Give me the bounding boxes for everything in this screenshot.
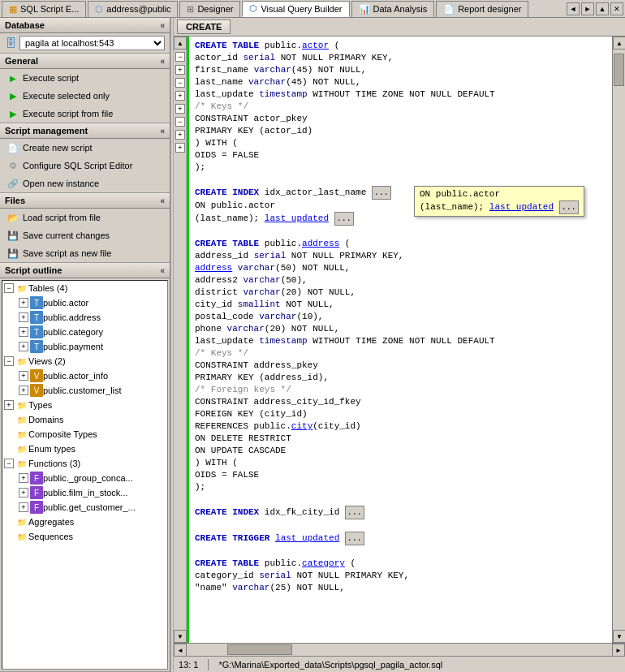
- tree-functions-group[interactable]: − 📁 Functions (3): [2, 456, 167, 471]
- func1-expand-btn[interactable]: +: [19, 473, 28, 483]
- tree-composite-types[interactable]: 📁 Composite Types: [2, 427, 167, 442]
- tree-public-category[interactable]: + T public.category: [2, 325, 167, 339]
- files-section-header[interactable]: Files «: [0, 193, 170, 209]
- tree-actor-info[interactable]: + V public.actor_info: [2, 368, 167, 383]
- right-scrollbar[interactable]: ▲ ▼: [612, 37, 625, 643]
- functions-expand-btn[interactable]: −: [4, 459, 14, 468]
- collapse-6[interactable]: −: [175, 117, 185, 127]
- scroll-thumb[interactable]: [614, 54, 624, 86]
- scroll-down-btn[interactable]: ▼: [613, 630, 625, 643]
- code-line-12: [195, 174, 607, 186]
- tooltip-ellipsis[interactable]: ...: [559, 200, 579, 214]
- tab-sql-script[interactable]: ▦ SQL Script E...: [2, 1, 86, 17]
- collapse-2[interactable]: +: [175, 65, 185, 75]
- tab-close[interactable]: ✕: [610, 2, 623, 15]
- create-new-script-item[interactable]: 📄 Create new script: [0, 139, 170, 157]
- open-instance-item[interactable]: 🔗 Open new instance: [0, 174, 170, 192]
- tree-func-group-concat[interactable]: + F public._group_conca...: [2, 471, 167, 485]
- code-line-16: [195, 226, 607, 238]
- tree-public-payment[interactable]: + T public.payment: [2, 339, 167, 354]
- tree-domains[interactable]: 📁 Domains: [2, 412, 167, 427]
- configure-editor-item[interactable]: ⚙ Configure SQL Script Editor: [0, 157, 170, 174]
- func2-expand-btn[interactable]: +: [19, 488, 28, 498]
- h-scrollbar[interactable]: ◄ ►: [174, 643, 625, 656]
- script-mgmt-header[interactable]: Script management «: [0, 123, 170, 139]
- last-updated-ellipsis[interactable]: ...: [334, 212, 354, 226]
- outline-tree[interactable]: − 📁 Tables (4) + T public.actor + T publ…: [2, 280, 168, 670]
- payment-expand-btn[interactable]: +: [19, 342, 28, 351]
- scroll-track[interactable]: [613, 50, 625, 630]
- execute-script-item[interactable]: ▶ Execute script: [0, 69, 170, 87]
- category-table-label: public.category: [43, 327, 103, 337]
- tree-func-film-in-stock[interactable]: + F public.film_in_stock...: [2, 485, 167, 500]
- tree-aggregates[interactable]: 📁 Aggregates: [2, 515, 167, 529]
- tab-designer[interactable]: ⊞ Designer: [179, 1, 240, 17]
- func3-expand-btn[interactable]: +: [19, 502, 28, 512]
- h-scroll-right[interactable]: ►: [612, 644, 625, 657]
- tree-tables-group[interactable]: − 📁 Tables (4): [2, 281, 167, 295]
- views-expand-btn[interactable]: −: [4, 356, 14, 366]
- code-line-19: address varchar(50) NOT NULL,: [195, 262, 607, 274]
- general-section-header[interactable]: General «: [0, 54, 170, 69]
- execute-from-file-item[interactable]: ▶ Execute script from file: [0, 105, 170, 123]
- save-changes-item[interactable]: 💾 Save current changes: [0, 226, 170, 244]
- func3-label: public.get_customer_...: [43, 502, 136, 512]
- category-expand-btn[interactable]: +: [19, 327, 28, 337]
- scroll-up-btn[interactable]: ▲: [613, 37, 625, 50]
- tab-data-analysis[interactable]: 📊 Data Analysis: [351, 1, 435, 17]
- fk-city-ellipsis[interactable]: ...: [345, 506, 364, 519]
- tree-types[interactable]: + 📁 Types: [2, 398, 167, 412]
- database-section-header[interactable]: Database «: [0, 18, 170, 33]
- code-line-32: REFERENCES public.city(city_id): [195, 420, 607, 433]
- tree-views-group[interactable]: − 📁 Views (2): [2, 354, 167, 368]
- idx-ellipsis-btn[interactable]: ...: [372, 186, 391, 200]
- collapse-7[interactable]: +: [175, 130, 185, 140]
- tree-sequences[interactable]: 📁 Sequences: [2, 529, 167, 544]
- outline-section-header[interactable]: Script outline «: [0, 263, 170, 278]
- left-scrollbar[interactable]: ▲ − + − + + − + + ▼: [174, 37, 187, 643]
- tab-report-designer[interactable]: 📄 Report designer: [436, 1, 528, 17]
- types-label: Types: [28, 400, 52, 410]
- code-line-31: FOREIGN KEY (city_id): [195, 408, 607, 420]
- create-button[interactable]: CREATE: [177, 19, 231, 34]
- collapse-3[interactable]: −: [175, 78, 185, 88]
- left-scroll-up[interactable]: ▲: [174, 37, 187, 50]
- collapse-5[interactable]: +: [175, 104, 185, 114]
- collapse-1[interactable]: −: [175, 52, 185, 62]
- actor-info-expand-btn[interactable]: +: [19, 371, 28, 381]
- sql-script-icon: ▦: [9, 4, 17, 15]
- tab-address[interactable]: ⬡ address@public: [88, 1, 178, 17]
- address-expand-btn[interactable]: +: [19, 312, 28, 322]
- h-scroll-thumb[interactable]: [227, 644, 292, 655]
- tree-func-get-customer[interactable]: + F public.get_customer_...: [2, 500, 167, 515]
- tab-visual-query-builder[interactable]: ⬡ Visual Query Builder: [242, 1, 349, 17]
- code-line-29: /* Foreign keys */: [195, 384, 607, 396]
- tab-nav-right[interactable]: ►: [581, 2, 594, 15]
- tables-expand-btn[interactable]: −: [4, 283, 14, 293]
- tab-vqb-label: Visual Query Builder: [261, 4, 342, 14]
- code-line-25: last_update timestamp WITHOUT TIME ZONE …: [195, 335, 607, 347]
- load-script-item[interactable]: 📂 Load script from file: [0, 209, 170, 226]
- code-line-1: CREATE TABLE public.actor (: [195, 40, 607, 52]
- tree-public-address[interactable]: + T public.address: [2, 310, 167, 325]
- tab-nav-left[interactable]: ◄: [567, 2, 580, 15]
- execute-selected-item[interactable]: ▶ Execute selected only: [0, 87, 170, 105]
- tab-nav-up[interactable]: ▲: [596, 2, 609, 15]
- h-scroll-track[interactable]: [187, 644, 612, 656]
- tree-customer-list[interactable]: + V public.customer_list: [2, 383, 167, 398]
- collapse-8[interactable]: +: [175, 143, 185, 153]
- code-editor[interactable]: CREATE TABLE public.actor ( actor_id ser…: [187, 37, 612, 643]
- db-connection-select[interactable]: pagila at localhost:543: [19, 36, 165, 50]
- trigger-ellipsis[interactable]: ...: [345, 532, 364, 545]
- h-scroll-left[interactable]: ◄: [174, 644, 187, 657]
- file-path: *G:\Marina\Exported_data\Scripts\pgsql_p…: [218, 660, 442, 670]
- tree-enum-types[interactable]: 📁 Enum types: [2, 442, 167, 456]
- actor-expand-btn[interactable]: +: [19, 298, 28, 308]
- code-line-26: /* Keys */: [195, 347, 607, 360]
- left-scroll-down[interactable]: ▼: [174, 630, 187, 643]
- customer-list-expand-btn[interactable]: +: [19, 386, 28, 395]
- types-expand-btn[interactable]: +: [4, 400, 14, 410]
- tree-public-actor[interactable]: + T public.actor: [2, 295, 167, 310]
- save-new-file-item[interactable]: 💾 Save script as new file: [0, 244, 170, 262]
- collapse-4[interactable]: +: [175, 91, 185, 101]
